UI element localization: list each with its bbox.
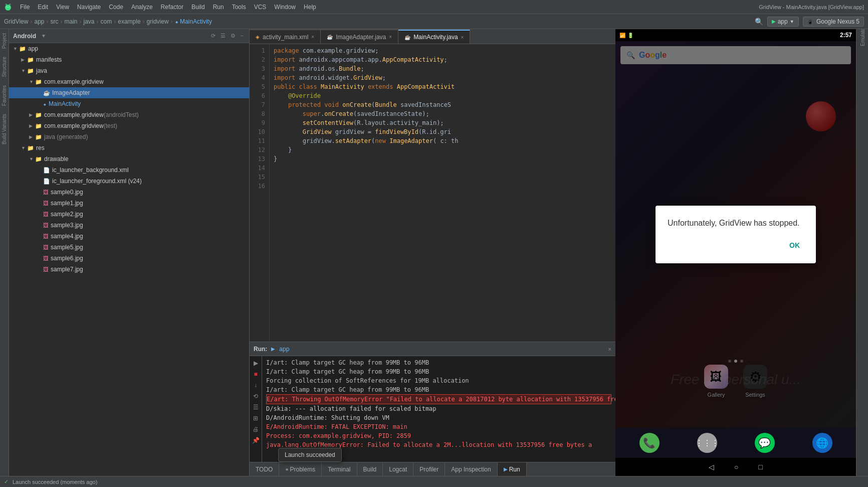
menu-build[interactable]: Build — [187, 3, 209, 12]
tree-item-app[interactable]: ▼ 📁 app — [9, 43, 249, 54]
run-config-dropdown[interactable]: ▶ app ▼ — [767, 17, 799, 27]
tree-item-java[interactable]: ▼ 📁 java — [9, 65, 249, 76]
dock-apps[interactable]: ⋮⋮⋮ — [697, 433, 717, 453]
code-line-5: import android.widget.GridView; — [274, 73, 611, 82]
menu-tools[interactable]: Tools — [228, 3, 250, 12]
menu-help[interactable]: Help — [300, 3, 320, 12]
breadcrumb-sep5: › — [97, 18, 99, 25]
tree-item-res[interactable]: ▼ 📁 res — [9, 142, 249, 153]
menu-edit[interactable]: Edit — [34, 3, 52, 12]
breadcrumb-com[interactable]: com — [101, 18, 112, 25]
tree-item-sample0[interactable]: 🖼 sample0.jpg — [9, 187, 249, 198]
bottom-tab-problems[interactable]: ● Problems — [279, 462, 322, 476]
run-wrap-btn[interactable]: ⟲ — [251, 391, 261, 401]
run-pin-btn[interactable]: 📌 — [251, 435, 261, 445]
dock-messenger[interactable]: 💬 — [755, 433, 775, 453]
breadcrumb-java[interactable]: java — [84, 18, 95, 25]
run-filter-btn[interactable]: ☰ — [251, 402, 261, 412]
run-scroll-btn[interactable]: ↓ — [251, 380, 261, 390]
breadcrumb-gridview[interactable]: GridView — [4, 18, 28, 25]
breadcrumb-example[interactable]: example — [118, 18, 140, 25]
bottom-tab-app-inspection[interactable]: App Inspection — [445, 462, 497, 476]
run-print-btn[interactable]: 🖨 — [251, 424, 261, 434]
panel-minimize-btn[interactable]: − — [239, 32, 245, 40]
panel-settings-btn[interactable]: ⚙ — [229, 32, 237, 40]
tab-close-mainactivity[interactable]: × — [461, 35, 464, 40]
left-tab-structure[interactable]: Structure — [1, 53, 8, 81]
bottom-tab-terminal[interactable]: Terminal — [322, 462, 357, 476]
tree-item-sample7[interactable]: 🖼 sample7.jpg — [9, 264, 249, 275]
tree-arrow-java: ▼ — [21, 68, 27, 73]
panel-sync-btn[interactable]: ⟳ — [209, 32, 217, 40]
run-restart-btn[interactable]: ▶ — [251, 358, 261, 368]
dialog-ok-button[interactable]: OK — [785, 239, 804, 251]
recents-button[interactable]: □ — [759, 463, 763, 471]
tab-mainactivity-java[interactable]: ☕ MainActivity.java × — [398, 30, 470, 44]
run-settings-btn[interactable]: ⊞ — [251, 413, 261, 423]
tree-item-ic-fg[interactable]: 📄 ic_launcher_foreground.xml (v24) — [9, 176, 249, 187]
menu-view[interactable]: View — [52, 3, 73, 12]
left-tab-project[interactable]: Project — [1, 29, 8, 53]
tree-item-sample6[interactable]: 🖼 sample6.jpg — [9, 253, 249, 264]
bottom-tab-build[interactable]: Build — [357, 462, 383, 476]
tree-item-mainactivity[interactable]: ⬥ MainActivity — [9, 98, 249, 109]
code-editor: 12345 678910 1112131415 16 package com.e… — [250, 44, 615, 342]
emulator-screen[interactable]: 🔍 Google Unfortunately, GridView has sto… — [615, 41, 856, 428]
back-button[interactable]: ◁ — [709, 463, 714, 471]
tree-item-androidtest[interactable]: ▶ 📁 com.example.gridview (androidTest) — [9, 109, 249, 120]
right-strip-icon1[interactable]: Emulator — [857, 31, 867, 41]
tab-activity-main-xml[interactable]: ◈ activity_main.xml × — [250, 30, 321, 44]
code-content[interactable]: package com.example.gridview; import and… — [270, 44, 615, 342]
log-line-4: I/art: Clamp target GC heap from 99MB to… — [266, 385, 611, 394]
breadcrumb-mainactivity[interactable]: ⬥ MainActivity — [175, 18, 212, 25]
tree-item-manifests[interactable]: ▶ 📁 manifests — [9, 54, 249, 65]
left-vertical-tabs: Project Structure Favorites Build Varian… — [0, 29, 9, 476]
android-dropdown[interactable]: ▼ — [41, 33, 46, 39]
tab-close-activity-main[interactable]: × — [311, 34, 314, 40]
tree-label-test-badge: (test) — [104, 122, 117, 129]
run-stop-btn[interactable]: ■ — [251, 369, 261, 379]
breadcrumb-src[interactable]: src — [51, 18, 59, 25]
tree-arrow-res: ▼ — [21, 145, 27, 150]
tree-item-sample4[interactable]: 🖼 sample4.jpg — [9, 231, 249, 242]
log-line-7: E/AndroidRuntime: FATAL EXCEPTION: main — [266, 422, 611, 431]
left-tab-build-variants[interactable]: Build Variants — [1, 110, 8, 148]
bottom-tab-run[interactable]: ▶ Run — [498, 462, 527, 476]
tree-item-drawable[interactable]: ▼ 📁 drawable — [9, 153, 249, 165]
panel-collapse-btn[interactable]: ☰ — [219, 32, 227, 40]
tree-item-ic-bg[interactable]: 📄 ic_launcher_background.xml — [9, 165, 249, 176]
tree-item-com-example-gridview[interactable]: ▼ 📁 com.example.gridview — [9, 76, 249, 87]
tree-item-sample1[interactable]: 🖼 sample1.jpg — [9, 198, 249, 209]
menu-navigate[interactable]: Navigate — [73, 3, 105, 12]
breadcrumb-main[interactable]: main — [65, 18, 78, 25]
run-panel-close[interactable]: × — [608, 346, 611, 352]
dock-phone[interactable]: 📞 — [639, 433, 660, 453]
breadcrumb-gridview2[interactable]: gridview — [147, 18, 169, 25]
tab-imageadapter-java[interactable]: ☕ ImageAdapter.java × — [321, 30, 398, 44]
bottom-tab-todo[interactable]: TODO — [250, 462, 279, 476]
breadcrumb-app[interactable]: app — [34, 18, 44, 25]
device-selector[interactable]: 📱 Google Nexus 5 — [803, 17, 864, 27]
dock-browser[interactable]: 🌐 — [812, 433, 832, 453]
run-log-content[interactable]: I/art: Clamp target GC heap from 99MB to… — [262, 356, 615, 462]
tree-item-test[interactable]: ▶ 📁 com.example.gridview (test) — [9, 120, 249, 131]
bottom-tab-profiler[interactable]: Profiler — [413, 462, 445, 476]
tree-label-sample2: sample2.jpg — [51, 211, 83, 218]
menu-run[interactable]: Run — [209, 3, 228, 12]
menu-vcs[interactable]: VCS — [250, 3, 271, 12]
home-button[interactable]: ○ — [734, 463, 738, 471]
tree-item-sample5[interactable]: 🖼 sample5.jpg — [9, 242, 249, 253]
tree-item-imageadapter[interactable]: ☕ ImageAdapter — [9, 87, 249, 98]
tree-item-sample2[interactable]: 🖼 sample2.jpg — [9, 209, 249, 220]
search-icon[interactable]: 🔍 — [755, 18, 763, 26]
menu-window[interactable]: Window — [270, 3, 300, 12]
left-tab-favorites[interactable]: Favorites — [1, 81, 8, 110]
menu-file[interactable]: File — [16, 3, 34, 12]
menu-code[interactable]: Code — [105, 3, 127, 12]
tab-close-imageadapter[interactable]: × — [389, 34, 392, 40]
tree-item-java-generated[interactable]: ▶ 📁 java (generated) — [9, 131, 249, 142]
menu-refactor[interactable]: Refactor — [157, 3, 187, 12]
tree-item-sample3[interactable]: 🖼 sample3.jpg — [9, 220, 249, 231]
menu-analyze[interactable]: Analyze — [127, 3, 157, 12]
bottom-tab-logcat[interactable]: Logcat — [383, 462, 413, 476]
